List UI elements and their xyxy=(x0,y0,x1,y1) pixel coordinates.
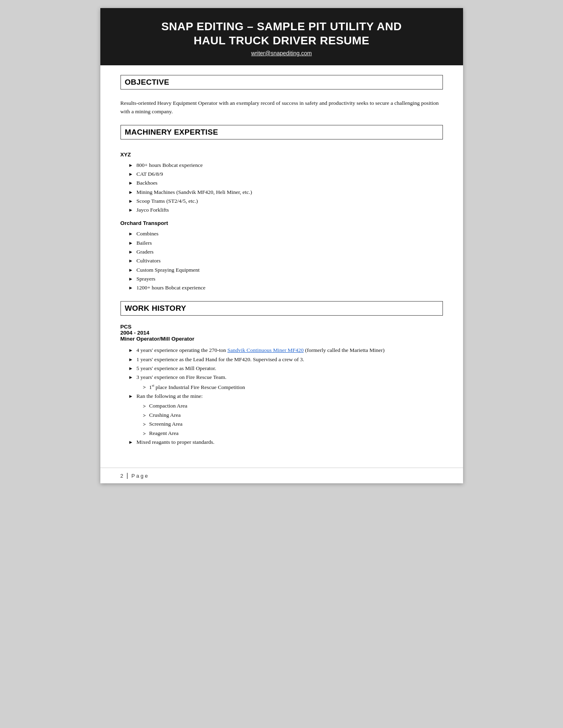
list-item: ►800+ hours Bobcat experience xyxy=(129,161,443,170)
header-title: SNAP EDITING – SAMPLE PIT UTILITY AND HA… xyxy=(116,19,447,48)
list-item: ►1200+ hours Bobcat experience xyxy=(129,283,443,292)
objective-section-header: OBJECTIVE xyxy=(120,75,443,89)
work-dates: 2004 - 2014 xyxy=(120,330,443,336)
sub-bullet-icon: > xyxy=(143,420,146,428)
bullet-icon: ► xyxy=(129,266,133,275)
footer-pipe: | xyxy=(127,472,128,479)
objective-section: OBJECTIVE Results-oriented Heavy Equipme… xyxy=(120,75,443,116)
bullet-icon: ► xyxy=(129,393,133,401)
list-item: ► Ran the following at the mine: > Compa… xyxy=(129,392,443,438)
list-item: ►Custom Spraying Equipment xyxy=(129,266,443,275)
bullet-icon: ► xyxy=(129,239,133,248)
machinery-title: MACHINERY EXPERTISE xyxy=(125,128,218,136)
list-item: ► 5 years' experience as Mill Operator. xyxy=(129,364,443,373)
bullet-icon: ► xyxy=(129,206,133,214)
list-item: > Crushing Area xyxy=(143,411,187,420)
sub-bullet-icon: > xyxy=(143,411,146,420)
bullet-icon: ► xyxy=(129,347,133,355)
xyz-label: XYZ xyxy=(120,152,443,158)
bullet-icon: ► xyxy=(129,374,133,382)
machinery-section: MACHINERY EXPERTISE XYZ ►800+ hours Bobc… xyxy=(120,125,443,292)
sub-bullet-icon: > xyxy=(143,429,146,438)
list-item: ►Scoop Trams (ST2/4/5, etc.) xyxy=(129,197,443,206)
list-item: > 1st place Industrial Fire Rescue Compe… xyxy=(143,383,245,392)
list-item: ►Cultivators xyxy=(129,256,443,265)
list-item: ►Bailers xyxy=(129,239,443,248)
work-job-title: Miner Operator/Mill Operator xyxy=(120,336,443,342)
bullet-icon: ► xyxy=(129,439,133,447)
bullet-icon: ► xyxy=(129,248,133,256)
orchard-label: Orchard Transport xyxy=(120,220,443,226)
title-line-2: HAUL TRUCK DRIVER RESUME xyxy=(193,34,369,47)
xyz-list: ►800+ hours Bobcat experience ►CAT D6/8/… xyxy=(129,161,443,215)
list-item: ►Mining Machines (Sandvik MF420, Heli Mi… xyxy=(129,188,443,197)
orchard-list: ►Combines ►Bailers ►Graders ►Cultivators… xyxy=(129,229,443,292)
objective-text: Results-oriented Heavy Equipment Operato… xyxy=(120,99,443,116)
sandvik-link[interactable]: Sandvik Continuous Miner MF420 xyxy=(227,347,303,353)
list-item: ►Combines xyxy=(129,229,443,238)
list-item: ► 4 years' experience operating the 270-… xyxy=(129,346,443,355)
mine-areas-list: > Compaction Area > Crushing Area > Scre… xyxy=(143,401,187,438)
sub-bullet-icon: > xyxy=(143,383,146,391)
bullet-icon: ► xyxy=(129,179,133,187)
bullet-icon: ► xyxy=(129,230,133,238)
list-item: ► 3 years' experience on Fire Rescue Tea… xyxy=(129,373,443,392)
page-label: P a g e xyxy=(131,473,148,479)
work-history-title: WORK HISTORY xyxy=(125,304,186,312)
list-item: ► Mixed reagants to proper standards. xyxy=(129,438,443,447)
list-item: ►CAT D6/8/9 xyxy=(129,170,443,179)
resume-page: SNAP EDITING – SAMPLE PIT UTILITY AND HA… xyxy=(100,8,463,483)
work-company: PCS xyxy=(120,324,443,330)
list-item: ►Graders xyxy=(129,248,443,256)
orchard-subsection: Orchard Transport ►Combines ►Bailers ►Gr… xyxy=(120,220,443,292)
list-item: ►Backhoes xyxy=(129,179,443,187)
list-item: > Compaction Area xyxy=(143,401,187,410)
page-header: SNAP EDITING – SAMPLE PIT UTILITY AND HA… xyxy=(100,8,463,65)
objective-title: OBJECTIVE xyxy=(125,78,169,86)
work-history-header: WORK HISTORY xyxy=(120,301,443,316)
xyz-subsection: XYZ ►800+ hours Bobcat experience ►CAT D… xyxy=(120,152,443,215)
page-content: OBJECTIVE Results-oriented Heavy Equipme… xyxy=(100,65,463,468)
work-history-section: WORK HISTORY PCS 2004 - 2014 Miner Opera… xyxy=(120,301,443,447)
work-entry-pcs: PCS 2004 - 2014 Miner Operator/Mill Oper… xyxy=(120,324,443,447)
bullet-icon: ► xyxy=(129,284,133,292)
header-email: writer@snapediting.com xyxy=(116,50,447,56)
list-item: ► 1 years' experience as the Lead Hand f… xyxy=(129,355,443,364)
bullet-icon: ► xyxy=(129,356,133,364)
sub-bullet-icon: > xyxy=(143,402,146,410)
fire-rescue-sub-list: > 1st place Industrial Fire Rescue Compe… xyxy=(143,383,245,392)
bullet-icon: ► xyxy=(129,162,133,170)
bullet-icon: ► xyxy=(129,171,133,179)
bullet-icon: ► xyxy=(129,189,133,197)
list-item: > Reagent Area xyxy=(143,429,187,438)
bullet-icon: ► xyxy=(129,275,133,283)
bullet-icon: ► xyxy=(129,198,133,206)
list-item: ►Jayco Forklifts xyxy=(129,206,443,214)
title-line-1: SNAP EDITING – SAMPLE PIT UTILITY AND xyxy=(161,20,402,33)
list-item: > Screening Area xyxy=(143,420,187,428)
page-number: 2 xyxy=(120,473,123,479)
work-bullets: ► 4 years' experience operating the 270-… xyxy=(129,346,443,447)
bullet-icon: ► xyxy=(129,365,133,373)
bullet-icon: ► xyxy=(129,257,133,265)
page-footer: 2 | P a g e xyxy=(100,468,463,483)
list-item: ►Sprayers xyxy=(129,275,443,283)
machinery-section-header: MACHINERY EXPERTISE xyxy=(120,125,443,139)
